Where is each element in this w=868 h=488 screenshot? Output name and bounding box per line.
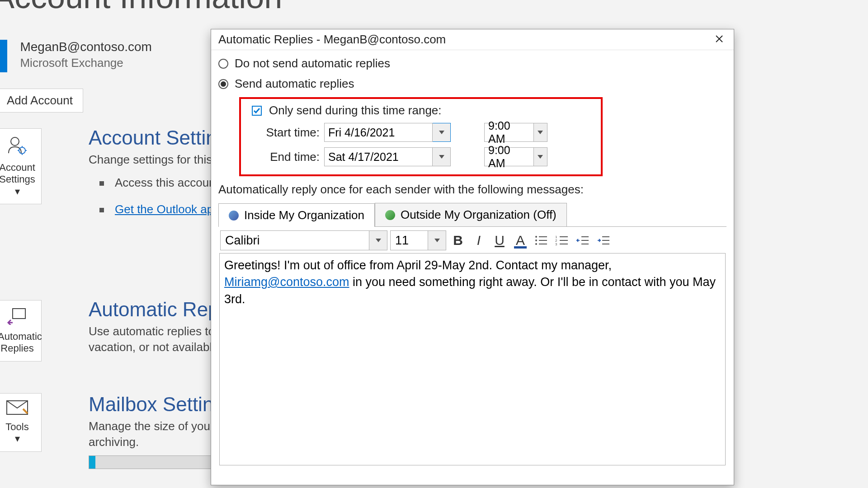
radio-send[interactable]: Send automatic replies [218,77,726,91]
manager-email-link[interactable]: Miriamg@contoso.com [224,275,349,289]
chevron-down-icon[interactable] [369,230,387,250]
account-selector[interactable]: MeganB@contoso.com Microsoft Exchange [0,40,152,72]
svg-point-1 [19,147,25,154]
close-button[interactable] [709,31,729,48]
svg-point-0 [11,137,19,145]
start-time-combo[interactable]: 9:00 AM [484,123,547,142]
tools-button[interactable]: Tools▾ [0,393,42,452]
start-date-combo[interactable]: Fri 4/16/2021 [324,123,451,142]
globe-icon [229,211,239,221]
checkbox-icon [252,106,262,116]
start-time-label: Start time: [256,126,320,140]
user-gear-icon [0,135,37,160]
bold-button[interactable]: B [449,231,467,249]
reply-arrow-icon [0,307,37,329]
chevron-down-icon[interactable] [433,147,451,166]
font-name-combo[interactable]: Calibri [220,230,387,250]
account-color-bar [0,40,7,72]
italic-button[interactable]: I [470,231,488,249]
underline-button[interactable]: U [491,231,509,249]
formatting-toolbar: Calibri 11 B I U A 123 [218,227,726,253]
tab-inside-organization[interactable]: Inside My Organization [218,203,375,227]
end-time-label: End time: [256,150,320,164]
chevron-down-icon[interactable] [534,123,547,142]
end-date-combo[interactable]: Sat 4/17/2021 [324,147,451,166]
outlook-app-link: Get the Outlook app [115,202,220,216]
account-email: MeganB@contoso.com [20,40,151,54]
add-account-button[interactable]: Add Account [0,89,83,113]
checkbox-time-range[interactable]: Only send during this time range: [252,103,594,117]
chevron-down-icon[interactable] [433,123,451,142]
increase-indent-button[interactable] [594,231,613,249]
message-editor[interactable]: Greetings! I'm out of office from April … [219,253,726,465]
sidebar-label: AutomaticReplies [0,331,37,355]
automatic-replies-button[interactable]: AutomaticReplies [0,300,42,361]
chevron-down-icon[interactable] [428,230,446,250]
radio-icon [218,59,228,69]
envelope-icon [0,400,37,419]
svg-point-5 [535,239,537,241]
bullet-list-button[interactable] [532,231,550,249]
numbered-list-button[interactable]: 123 [553,231,571,249]
decrease-indent-button[interactable] [574,231,592,249]
svg-rect-2 [13,309,25,319]
chevron-down-icon: ▾ [15,433,20,444]
sidebar-label: Tools▾ [0,421,37,445]
svg-point-6 [535,243,537,245]
automatic-replies-dialog: Automatic Replies - MeganB@contoso.com D… [211,29,734,485]
svg-text:3: 3 [555,242,557,246]
font-color-button[interactable]: A [511,231,529,249]
info-text: Automatically reply once for each sender… [218,183,726,197]
dialog-title: Automatic Replies - MeganB@contoso.com [218,33,446,47]
end-time-combo[interactable]: 9:00 AM [484,147,547,166]
radio-icon [218,79,228,89]
account-type: Microsoft Exchange [20,56,151,70]
chevron-down-icon: ▾ [15,186,20,197]
chevron-down-icon[interactable] [534,147,547,166]
tab-outside-organization[interactable]: Outside My Organization (Off) [375,203,567,226]
page-title: Account Information [0,0,282,15]
font-size-combo[interactable]: 11 [390,230,446,250]
globe-icon [385,210,395,220]
radio-do-not-send[interactable]: Do not send automatic replies [218,56,726,70]
account-settings-button[interactable]: AccountSettings ▾ [0,128,42,204]
time-range-highlight: Only send during this time range: Start … [239,97,603,176]
svg-point-4 [535,236,537,238]
sidebar-label: AccountSettings ▾ [0,162,37,197]
close-icon [715,35,723,43]
